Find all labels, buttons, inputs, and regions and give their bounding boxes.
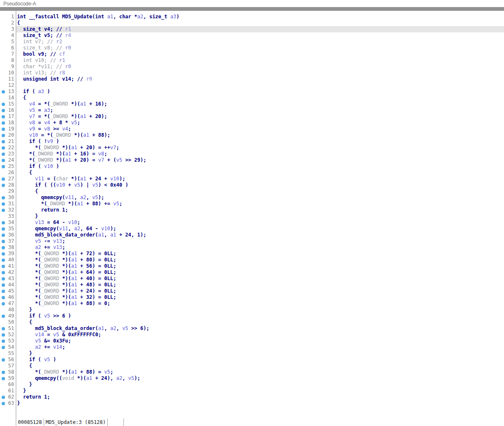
- address-dot-icon[interactable]: [0, 269, 7, 276]
- code-text[interactable]: *(_DWORD *)(a1 + 16) = v8;: [16, 151, 504, 157]
- code-text[interactable]: {: [16, 95, 504, 101]
- code-text[interactable]: v14 = v5 & 0xFFFFFFC0;: [16, 332, 504, 338]
- address-dot-icon[interactable]: [0, 400, 7, 406]
- code-text[interactable]: return 1;: [16, 394, 504, 400]
- code-text[interactable]: }: [16, 307, 504, 313]
- address-dot-icon[interactable]: [0, 126, 7, 132]
- address-dot-icon[interactable]: [0, 201, 7, 207]
- address-dot-icon[interactable]: [0, 375, 7, 382]
- tab-pseudocode-a[interactable]: Pseudocode-A: [3, 1, 36, 7]
- code-text[interactable]: v13 = 64 - v10;: [16, 219, 504, 226]
- address-dot-icon[interactable]: [0, 288, 7, 294]
- address-dot-icon[interactable]: [0, 157, 7, 163]
- address-dot-icon[interactable]: [0, 325, 7, 332]
- code-text[interactable]: }: [16, 350, 504, 357]
- code-text[interactable]: {: [16, 20, 504, 26]
- code-text[interactable]: size_t v8; // r0: [16, 45, 504, 51]
- address-dot-icon[interactable]: [0, 145, 7, 151]
- code-text[interactable]: v11 = (char *)(a1 + 24 + v10);: [16, 176, 504, 182]
- code-text[interactable]: md5_block_data_order(a1, a2, v5 >> 6);: [16, 325, 504, 332]
- address-dot-icon[interactable]: [0, 232, 7, 238]
- address-dot-icon[interactable]: [0, 219, 7, 226]
- address-dot-icon[interactable]: [0, 226, 7, 232]
- address-dot-icon[interactable]: [0, 357, 7, 363]
- address-dot-icon[interactable]: [0, 369, 7, 375]
- code-text[interactable]: int v13; // r8: [16, 70, 504, 76]
- address-dot-icon[interactable]: [0, 257, 7, 263]
- code-text[interactable]: bool v9; // cf: [16, 51, 504, 57]
- address-dot-icon[interactable]: [0, 151, 7, 157]
- code-text[interactable]: v7 = *(_DWORD *)(a1 + 20);: [16, 113, 504, 120]
- code-text[interactable]: }: [16, 213, 504, 219]
- code-text[interactable]: if ( v10 ): [16, 163, 504, 170]
- address-dot-icon[interactable]: [0, 338, 7, 344]
- code-text[interactable]: v10 = *(_DWORD *)(a1 + 88);: [16, 132, 504, 138]
- code-text[interactable]: v5 -= v13;: [16, 238, 504, 244]
- address-dot-icon[interactable]: [0, 344, 7, 350]
- address-dot-icon[interactable]: [0, 138, 7, 145]
- address-dot-icon[interactable]: [0, 238, 7, 244]
- code-text[interactable]: a2 += v14;: [16, 344, 504, 350]
- address-dot-icon[interactable]: [0, 332, 7, 338]
- address-dot-icon[interactable]: [0, 300, 7, 307]
- address-dot-icon[interactable]: [0, 182, 7, 188]
- code-text[interactable]: if ( ((v10 + v5) | v5) < 0x40 ): [16, 182, 504, 188]
- code-text[interactable]: *(_DWORD *)(a1 + 88) = 0;: [16, 300, 504, 307]
- code-text[interactable]: [16, 82, 504, 89]
- code-text[interactable]: *(_QWORD *)(a1 + 24) = 0LL;: [16, 288, 504, 294]
- code-text[interactable]: }: [16, 382, 504, 388]
- code-text[interactable]: if ( v5 ): [16, 357, 504, 363]
- code-text[interactable]: *(_QWORD *)(a1 + 64) = 0LL;: [16, 269, 504, 276]
- code-text[interactable]: int __fastcall MD5_Update(int a1, char *…: [16, 14, 504, 20]
- address-dot-icon[interactable]: [0, 132, 7, 138]
- pseudocode-editor[interactable]: 1int __fastcall MD5_Update(int a1, char …: [0, 11, 504, 419]
- code-text[interactable]: if ( !v9 ): [16, 138, 504, 145]
- address-dot-icon[interactable]: [0, 394, 7, 400]
- code-text[interactable]: int v10; // r1: [16, 57, 504, 64]
- code-text[interactable]: *(_DWORD *)(a1 + 88) += v5;: [16, 201, 504, 207]
- code-text[interactable]: *(_QWORD *)(a1 + 72) = 0LL;: [16, 251, 504, 257]
- code-text[interactable]: *(_QWORD *)(a1 + 32) = 0LL;: [16, 294, 504, 300]
- code-text[interactable]: *(_QWORD *)(a1 + 80) = 0LL;: [16, 257, 504, 263]
- address-dot-icon[interactable]: [0, 163, 7, 170]
- code-text[interactable]: *(_QWORD *)(a1 + 56) = 0LL;: [16, 263, 504, 269]
- address-dot-icon[interactable]: [0, 282, 7, 288]
- address-dot-icon[interactable]: [0, 176, 7, 182]
- code-text[interactable]: }: [16, 400, 504, 406]
- address-dot-icon[interactable]: [0, 120, 7, 126]
- address-dot-icon[interactable]: [0, 101, 7, 107]
- address-dot-icon[interactable]: [0, 294, 7, 300]
- address-dot-icon[interactable]: [0, 207, 7, 213]
- address-dot-icon[interactable]: [0, 113, 7, 120]
- code-text[interactable]: }: [16, 388, 504, 394]
- code-text[interactable]: v9 = v8 >= v4;: [16, 126, 504, 132]
- address-dot-icon[interactable]: [0, 89, 7, 95]
- code-text[interactable]: *(_QWORD *)(a1 + 40) = 0LL;: [16, 276, 504, 282]
- code-text[interactable]: qmemcpy(v11, a2, 64 - v10);: [16, 226, 504, 232]
- code-text[interactable]: *(_DWORD *)(a1 + 88) = v5;: [16, 369, 504, 375]
- code-text[interactable]: return 1;: [16, 207, 504, 213]
- address-dot-icon[interactable]: [0, 244, 7, 251]
- code-text[interactable]: a2 += v13;: [16, 244, 504, 251]
- code-text[interactable]: md5_block_data_order(a1, a1 + 24, 1);: [16, 232, 504, 238]
- code-text[interactable]: size_t v4; // r1: [16, 26, 504, 32]
- code-text[interactable]: {: [16, 188, 504, 195]
- code-text[interactable]: v4 = *(_DWORD *)(a1 + 16);: [16, 101, 504, 107]
- code-text[interactable]: {: [16, 170, 504, 176]
- code-text[interactable]: qmemcpy(v11, a2, v5);: [16, 195, 504, 201]
- code-text[interactable]: {: [16, 319, 504, 325]
- address-dot-icon[interactable]: [0, 313, 7, 319]
- code-text[interactable]: int v7; // r2: [16, 39, 504, 45]
- address-dot-icon[interactable]: [0, 107, 7, 113]
- code-text[interactable]: size_t v5; // r4: [16, 32, 504, 39]
- code-text[interactable]: v5 = a3;: [16, 107, 504, 113]
- code-text[interactable]: if ( v5 >> 6 ): [16, 313, 504, 319]
- code-text[interactable]: char *v11; // r0: [16, 64, 504, 70]
- code-text[interactable]: qmemcpy((void *)(a1 + 24), a2, v5);: [16, 375, 504, 382]
- code-text[interactable]: {: [16, 363, 504, 369]
- code-text[interactable]: if ( a3 ): [16, 89, 504, 95]
- splitter-bar[interactable]: [0, 7, 504, 11]
- code-text[interactable]: *(_DWORD *)(a1 + 20) = ++v7;: [16, 145, 504, 151]
- code-text[interactable]: v8 = v4 + 8 * v5;: [16, 120, 504, 126]
- address-dot-icon[interactable]: [0, 251, 7, 257]
